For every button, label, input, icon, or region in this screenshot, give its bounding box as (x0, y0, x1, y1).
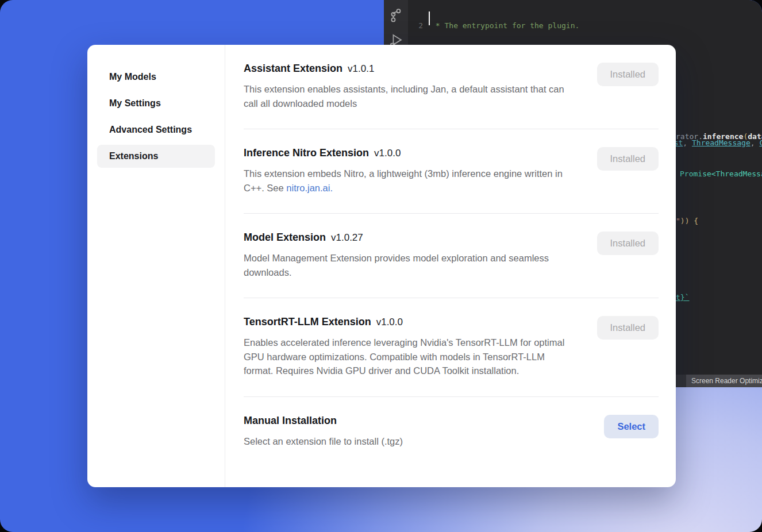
select-button[interactable]: Select (604, 415, 659, 438)
extension-title: Assistant Extension (244, 63, 342, 74)
extension-description: Enables accelerated inference leveraging… (244, 336, 576, 378)
line-number: 2 (408, 21, 423, 30)
installed-button[interactable]: Installed (597, 147, 659, 171)
sidebar-item-extensions[interactable]: Extensions (97, 145, 215, 168)
extension-title: TensortRT-LLM Extension (244, 316, 371, 327)
nitro-jan-ai-link[interactable]: nitro.jan.ai. (286, 183, 333, 193)
code-fragment: t}` (676, 293, 689, 302)
extension-description: Select an extension file to install (.tg… (244, 434, 403, 449)
extension-title: Inference Nitro Extension (244, 147, 369, 159)
code-comment: * The entrypoint for the plugin. (431, 21, 579, 30)
code-text: t}` (676, 293, 689, 302)
extension-info: TensortRT-LLM Extensionv1.0.0 Enables ac… (244, 316, 576, 378)
installed-button[interactable]: Installed (597, 63, 659, 86)
settings-sidebar: My Models My Settings Advanced Settings … (87, 45, 225, 487)
sidebar-item-advanced-settings[interactable]: Advanced Settings (97, 118, 215, 141)
code-text: )) { (680, 217, 698, 225)
settings-modal: My Models My Settings Advanced Settings … (87, 45, 676, 487)
sidebar-item-my-models[interactable]: My Models (97, 65, 215, 88)
code-text: " (676, 217, 680, 225)
extension-info: Inference Nitro Extensionv1.0.0 This ext… (244, 147, 576, 195)
sidebar-item-my-settings[interactable]: My Settings (97, 92, 215, 115)
extension-version: v1.0.27 (331, 232, 363, 243)
extension-row-assistant: Assistant Extensionv1.0.1 This extension… (244, 45, 659, 129)
code-text: data (748, 132, 762, 141)
extensions-panel: Assistant Extensionv1.0.1 This extension… (225, 45, 676, 487)
extension-row-inference-nitro: Inference Nitro Extensionv1.0.0 This ext… (244, 129, 659, 214)
code-text: inference (703, 132, 743, 141)
extension-row-tensorrt-llm: TensortRT-LLM Extensionv1.0.0 Enables ac… (244, 298, 659, 397)
code-text: Promise<ThreadMessage> (680, 169, 762, 178)
screen-reader-optimized-badge[interactable]: Screen Reader Optimize (686, 375, 762, 387)
extension-version: v1.0.0 (374, 148, 401, 159)
installed-button[interactable]: Installed (597, 232, 659, 255)
extension-version: v1.0.1 (348, 63, 374, 74)
extension-description: This extension embeds Nitro, a lightweig… (244, 167, 576, 195)
code-fragment: ")) { (676, 217, 698, 225)
extension-row-manual-installation: Manual Installation Select an extension … (244, 397, 659, 467)
extension-description: Model Management Extension provides mode… (244, 251, 576, 279)
installed-button[interactable]: Installed (597, 316, 659, 340)
extension-description: This extension enables assistants, inclu… (244, 82, 576, 110)
extension-title: Manual Installation (244, 415, 337, 426)
extension-info: Model Extensionv1.0.27 Model Management … (244, 232, 576, 279)
code-text: rator. (676, 132, 703, 141)
code-fragment: rator.inference(data)); (676, 132, 762, 141)
extension-title: Model Extension (244, 232, 326, 243)
extension-version: v1.0.0 (376, 317, 403, 327)
source-control-icon[interactable] (388, 7, 404, 23)
code-fragment: Promise<ThreadMessage> (680, 169, 762, 178)
text-cursor (429, 11, 430, 25)
extension-info: Assistant Extensionv1.0.1 This extension… (244, 63, 576, 110)
extension-row-model: Model Extensionv1.0.27 Model Management … (244, 214, 659, 298)
app-window: 2 * The entrypoint for the plugin. 3 */ … (0, 0, 762, 532)
extension-info: Manual Installation Select an extension … (244, 415, 403, 449)
code-line: 2 * The entrypoint for the plugin. (408, 21, 762, 30)
